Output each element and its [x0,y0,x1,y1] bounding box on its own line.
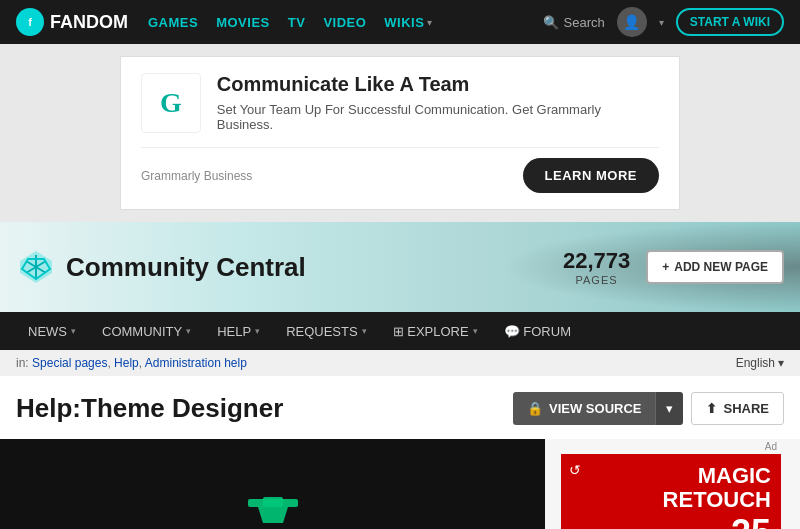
wiki-subnav: NEWS ▾ COMMUNITY ▾ HELP ▾ REQUESTS ▾ ⊞ E… [0,312,800,350]
ad-bottom: Grammarly Business LEARN MORE [141,147,659,193]
user-dropdown-chevron: ▾ [659,17,664,28]
magic-retouch-text: MAGIC RETOUCH 25 [663,464,771,529]
svg-rect-2 [263,497,283,507]
sidebar-ad-label: Ad [561,439,781,454]
wiki-logo: Community Central [16,247,306,287]
add-new-page-button[interactable]: + ADD NEW PAGE [646,250,784,284]
nav-item-games[interactable]: GAMES [148,13,198,31]
share-icon: ⬆ [706,401,717,416]
magic-retouch-ad: ↺ MAGIC RETOUCH 25 [561,454,781,529]
share-label: SHARE [723,401,769,416]
add-new-page-label: ADD NEW PAGE [674,260,768,274]
subnav-item-community[interactable]: COMMUNITY ▾ [90,312,203,350]
subnav-item-explore[interactable]: ⊞ EXPLORE ▾ [381,312,490,350]
subnav-news-chevron: ▾ [71,326,76,336]
ad-description: Set Your Team Up For Successful Communic… [217,102,659,132]
view-source-chevron-icon: ▾ [666,401,673,416]
wikis-chevron-icon: ▾ [427,17,432,28]
search-area[interactable]: 🔍 Search [543,15,605,30]
main-body: Fan ⚠ This video file cannot be played. … [0,439,800,529]
page-actions: 🔒 VIEW SOURCE ▾ ⬆ SHARE [513,392,784,425]
breadcrumb-admin-help[interactable]: Administration help [145,356,247,370]
subnav-forum-label: 💬 FORUM [504,324,571,339]
subnav-community-label: COMMUNITY [102,324,182,339]
subnav-news-label: NEWS [28,324,67,339]
grammarly-icon: G [141,73,201,133]
fandom-logo-icon: f [16,8,44,36]
breadcrumb-help[interactable]: Help [114,356,139,370]
subnav-community-chevron: ▾ [186,326,191,336]
start-wiki-button[interactable]: START A WIKI [676,8,784,36]
user-icon: 👤 [623,14,640,30]
subnav-requests-label: REQUESTS [286,324,358,339]
fandom-logo-text: FANDOM [50,12,128,33]
subnav-item-help[interactable]: HELP ▾ [205,312,272,350]
wiki-title: Community Central [66,252,306,283]
user-avatar[interactable]: 👤 [617,7,647,37]
article-video-area: Fan ⚠ This video file cannot be played. … [0,439,545,529]
view-source-button[interactable]: 🔒 VIEW SOURCE [513,392,655,425]
language-selector[interactable]: English ▾ [736,356,784,370]
lock-icon: 🔒 [527,401,543,416]
pages-label: PAGES [563,274,630,286]
search-icon: 🔍 [543,15,559,30]
magic-retouch-number: 25 [663,512,771,529]
language-chevron-icon: ▾ [778,356,784,370]
subnav-help-chevron: ▾ [255,326,260,336]
magic-retouch-brand: MAGIC RETOUCH [663,464,771,512]
search-label: Search [564,15,605,30]
breadcrumb: in: Special pages, Help, Administration … [16,356,247,370]
ad-banner-top: G Communicate Like A Team Set Your Team … [141,73,659,133]
ad-text: Communicate Like A Team Set Your Team Up… [217,73,659,132]
wiki-header: Community Central 22,773 PAGES + ADD NEW… [0,222,800,312]
nav-item-wikis[interactable]: WIKIS ▾ [384,13,432,31]
page-content: Help:Theme Designer 🔒 VIEW SOURCE ▾ ⬆ SH… [0,376,800,439]
wiki-header-right: 22,773 PAGES + ADD NEW PAGE [563,248,784,286]
subnav-explore-chevron: ▾ [473,326,478,336]
language-label: English [736,356,775,370]
grammarly-letter: G [160,87,182,119]
nav-item-movies[interactable]: MOVIES [216,13,270,31]
subnav-item-news[interactable]: NEWS ▾ [16,312,88,350]
ad-banner: G Communicate Like A Team Set Your Team … [120,56,680,210]
share-button[interactable]: ⬆ SHARE [691,392,784,425]
view-source-label: VIEW SOURCE [549,401,641,416]
subnav-item-requests[interactable]: REQUESTS ▾ [274,312,379,350]
pages-number: 22,773 [563,248,630,274]
wiki-fandom-svg-icon [16,247,56,287]
plus-icon: + [662,260,669,274]
subnav-requests-chevron: ▾ [362,326,367,336]
view-source-dropdown-button[interactable]: ▾ [655,392,683,425]
nav-right-area: 🔍 Search 👤 ▾ START A WIKI [543,7,784,37]
ad-banner-container: G Communicate Like A Team Set Your Team … [0,44,800,222]
pages-count-area: 22,773 PAGES [563,248,630,286]
subnav-item-forum[interactable]: 💬 FORUM [492,312,583,350]
page-header: Help:Theme Designer 🔒 VIEW SOURCE ▾ ⬆ SH… [16,392,784,425]
page-title: Help:Theme Designer [16,393,283,424]
ad-source: Grammarly Business [141,169,252,183]
breadcrumb-prefix: in: [16,356,29,370]
hat-icon [233,479,313,529]
main-nav-links: GAMES MOVIES TV VIDEO WIKIS ▾ [148,13,523,31]
svg-marker-1 [258,507,288,523]
ad-refresh-icon[interactable]: ↺ [569,462,581,478]
subnav-explore-label: ⊞ EXPLORE [393,324,469,339]
sidebar-ad-area: Ad ↺ MAGIC RETOUCH 25 [561,439,781,529]
top-navigation: f FANDOM GAMES MOVIES TV VIDEO WIKIS ▾ 🔍… [0,0,800,44]
nav-item-tv[interactable]: TV [288,13,306,31]
learn-more-button[interactable]: LEARN MORE [523,158,659,193]
breadcrumb-special-pages[interactable]: Special pages [32,356,107,370]
ad-title: Communicate Like A Team [217,73,659,96]
nav-item-video[interactable]: VIDEO [323,13,366,31]
breadcrumb-bar: in: Special pages, Help, Administration … [0,350,800,376]
fandom-logo[interactable]: f FANDOM [16,8,128,36]
subnav-help-label: HELP [217,324,251,339]
